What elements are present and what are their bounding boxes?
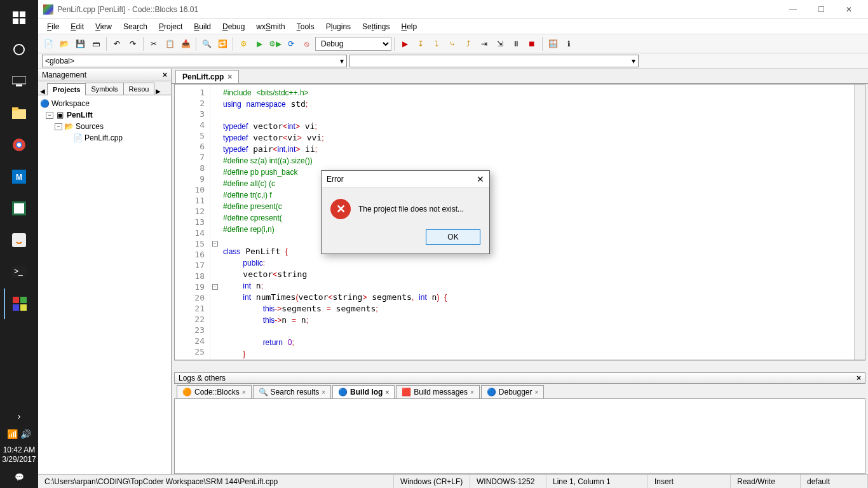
cortana-icon[interactable] <box>4 34 34 65</box>
file-explorer-icon[interactable] <box>4 98 34 128</box>
log-tab-close-icon[interactable]: × <box>242 389 246 396</box>
stop-debug-icon[interactable]: ⏹ <box>524 36 539 51</box>
next-instr-icon[interactable]: ⇥ <box>477 36 492 51</box>
menu-search[interactable]: Search <box>118 20 153 33</box>
menu-wxsmith[interactable]: wxSmith <box>251 20 290 33</box>
taskbar-clock[interactable]: 10:42 AM 3/29/2017 <box>2 443 36 468</box>
next-line-icon[interactable]: ⤵ <box>429 36 444 51</box>
maximize-button[interactable]: ☐ <box>807 1 835 18</box>
log-tab-build-log[interactable]: 🔵Build log× <box>332 385 395 398</box>
tree-workspace[interactable]: 🔵 Workspace <box>39 98 170 109</box>
paste-icon[interactable]: 📥 <box>178 36 193 51</box>
status-eol: Windows (CR+LF) <box>394 475 470 488</box>
step-into-icon[interactable]: ⤷ <box>445 36 460 51</box>
svg-text:M: M <box>16 173 22 182</box>
run-to-cursor-icon[interactable]: ↧ <box>413 36 428 51</box>
close-button[interactable]: ✕ <box>835 1 863 18</box>
cut-icon[interactable]: ✂ <box>146 36 161 51</box>
mgmt-tabs-left-arrow[interactable]: ◀ <box>38 88 47 95</box>
log-tab-close-icon[interactable]: × <box>385 389 389 396</box>
menu-view[interactable]: View <box>90 20 117 33</box>
replace-icon[interactable]: 🔁 <box>215 36 230 51</box>
tree-folder-sources[interactable]: − 📂 Sources <box>39 121 170 132</box>
horizontal-scrollbar[interactable] <box>174 360 865 371</box>
build-target-combo[interactable]: Debug <box>315 37 391 51</box>
save-all-icon[interactable]: 🗃 <box>88 36 104 51</box>
vertical-scrollbar[interactable] <box>854 85 865 360</box>
menu-tools[interactable]: Tools <box>292 20 320 33</box>
find-icon[interactable]: 🔍 <box>199 36 214 51</box>
build-icon[interactable]: ⚙ <box>236 36 251 51</box>
show-hidden-icons[interactable]: › <box>4 409 34 424</box>
run-icon[interactable]: ▶ <box>252 36 267 51</box>
rebuild-icon[interactable]: ⟳ <box>283 36 299 51</box>
tray-icons[interactable]: 📶 🔊 <box>7 425 31 443</box>
debug-windows-icon[interactable]: 🪟 <box>545 36 560 51</box>
save-icon[interactable]: 💾 <box>72 36 88 51</box>
new-file-icon[interactable]: 📄 <box>41 36 56 51</box>
chrome-icon[interactable] <box>4 130 34 160</box>
excel-icon[interactable] <box>4 193 34 224</box>
scope-combo-right[interactable]: ▾ <box>349 55 639 67</box>
log-tab-search-results[interactable]: 🔍Search results× <box>253 385 332 398</box>
mgmt-tab-projects[interactable]: Projects <box>47 83 86 95</box>
terminal-icon[interactable]: >_ <box>4 257 34 287</box>
tree-file-penlift[interactable]: 📄 PenLift.cpp <box>39 132 170 144</box>
svg-rect-7 <box>12 109 26 119</box>
mgmt-tab-resources[interactable]: Resou <box>123 83 155 95</box>
menu-file[interactable]: File <box>42 20 64 33</box>
menu-debug[interactable]: Debug <box>217 20 250 33</box>
menu-help[interactable]: Help <box>397 20 423 33</box>
log-tab-build-messages[interactable]: 🟥Build messages× <box>396 385 480 398</box>
menu-build[interactable]: Build <box>189 20 216 33</box>
start-button[interactable] <box>4 3 34 33</box>
logs-panel: Logs & others × 🟠Code::Blocks×🔍Search re… <box>174 372 865 474</box>
log-tab-debugger[interactable]: 🔵Debugger× <box>481 385 545 398</box>
open-icon[interactable]: 📂 <box>57 36 72 51</box>
undo-icon[interactable]: ↶ <box>109 36 125 51</box>
code-editor[interactable]: 1234567891011121314151617181920212223242… <box>174 84 865 360</box>
editor-tab-penlift[interactable]: PenLift.cpp × <box>175 70 239 83</box>
codeblocks-taskbar-icon[interactable] <box>4 288 34 319</box>
tree-toggle-icon[interactable]: − <box>46 112 53 119</box>
task-view-icon[interactable] <box>4 66 34 97</box>
dialog-titlebar[interactable]: Error ✕ <box>322 171 489 187</box>
tree-toggle-icon[interactable]: − <box>55 123 62 130</box>
abort-icon[interactable]: ⦸ <box>299 36 315 51</box>
tab-close-icon[interactable]: × <box>227 72 232 81</box>
build-run-icon[interactable]: ⚙▶ <box>268 36 283 51</box>
ok-button[interactable]: OK <box>426 229 480 245</box>
debug-start-icon[interactable]: ▶ <box>397 36 412 51</box>
menu-settings[interactable]: Settings <box>357 20 395 33</box>
step-out-icon[interactable]: ⤴ <box>461 36 476 51</box>
status-encoding: WINDOWS-1252 <box>470 475 546 488</box>
tree-project[interactable]: − ▣ PenLift <box>39 109 170 121</box>
minimize-button[interactable]: — <box>779 1 807 18</box>
management-close-icon[interactable]: × <box>163 71 167 79</box>
redo-icon[interactable]: ↷ <box>125 36 140 51</box>
menu-plugins[interactable]: Plugins <box>321 20 356 33</box>
action-center-icon[interactable]: 💬 <box>4 468 34 487</box>
scope-combo-left[interactable]: <global>▾ <box>42 55 347 67</box>
log-tab-close-icon[interactable]: × <box>535 389 539 396</box>
menu-edit[interactable]: Edit <box>65 20 89 33</box>
dialog-close-icon[interactable]: ✕ <box>477 174 484 184</box>
java-icon[interactable] <box>4 225 34 255</box>
fold-column[interactable]: −− <box>210 85 219 360</box>
project-tree[interactable]: 🔵 Workspace − ▣ PenLift − 📂 Sources <box>38 95 171 474</box>
menu-project[interactable]: Project <box>154 20 187 33</box>
mail-icon[interactable]: M <box>4 161 34 192</box>
mgmt-tabs-right-arrow[interactable]: ▶ <box>154 88 163 95</box>
info-icon[interactable]: ℹ <box>561 36 576 51</box>
logs-close-icon[interactable]: × <box>857 374 861 383</box>
logs-body[interactable] <box>174 399 865 474</box>
step-instr-icon[interactable]: ⇲ <box>492 36 508 51</box>
break-icon[interactable]: ⏸ <box>508 36 524 51</box>
copy-icon[interactable]: 📋 <box>162 36 177 51</box>
mgmt-tab-symbols[interactable]: Symbols <box>85 83 123 95</box>
log-tab-close-icon[interactable]: × <box>322 389 325 396</box>
window-title: PenLift.cpp [PenLift] - Code::Blocks 16.… <box>57 5 779 14</box>
log-tab-code-blocks[interactable]: 🟠Code::Blocks× <box>177 385 252 398</box>
code-text[interactable]: #include <bits/stdc++.h> using namespace… <box>219 85 854 360</box>
log-tab-close-icon[interactable]: × <box>470 389 474 396</box>
